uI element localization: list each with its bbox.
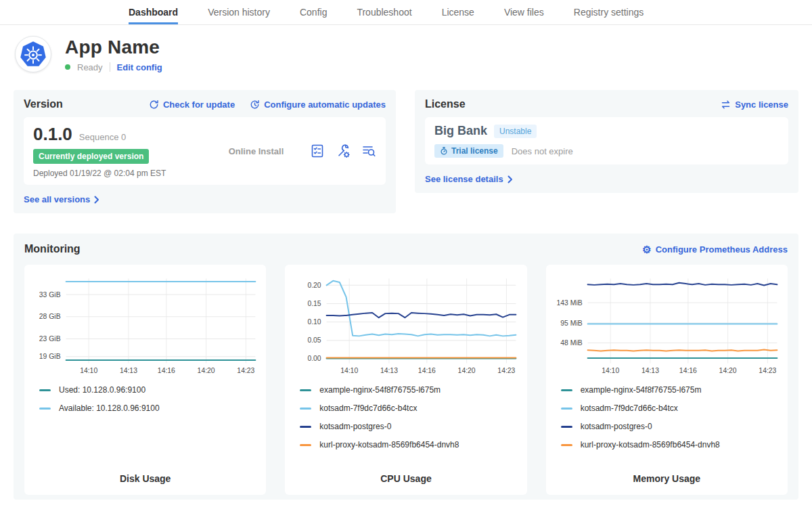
legend-item: kotsadm-7f9dc7d66c-b4tcx [300, 403, 520, 413]
svg-text:28 GiB: 28 GiB [39, 313, 61, 320]
legend-swatch [300, 444, 311, 446]
disk-usage-plot: 19 GiB23 GiB28 GiB33 GiB14:1014:1314:161… [31, 271, 259, 378]
version-panel-title: Version [24, 98, 63, 110]
gear-icon: ⚙ [642, 244, 651, 255]
version-number: 0.1.0 [33, 124, 72, 145]
svg-text:14:16: 14:16 [418, 367, 436, 374]
see-license-details-label: See license details [425, 174, 503, 184]
preflight-checks-icon[interactable] [310, 144, 325, 158]
monitoring-title: Monitoring [24, 243, 81, 255]
current-version-card: 0.1.0 Sequence 0 Currently deployed vers… [24, 117, 386, 185]
monitoring-panel: Monitoring ⚙ Configure Prometheus Addres… [14, 234, 798, 500]
svg-text:14:13: 14:13 [120, 367, 137, 374]
legend-item: kotsadm-postgres-0 [561, 422, 781, 431]
svg-text:14:20: 14:20 [719, 367, 736, 374]
svg-text:143 MiB: 143 MiB [556, 299, 582, 307]
tab-troubleshoot[interactable]: Troubleshoot [357, 0, 411, 24]
see-all-versions-label: See all versions [24, 194, 90, 204]
divider [110, 62, 110, 72]
legend-swatch [300, 389, 311, 391]
deployed-timestamp: Deployed 01/19/22 @ 02:04 pm EST [33, 169, 202, 178]
tab-registry-settings[interactable]: Registry settings [574, 0, 644, 24]
legend-swatch [561, 444, 572, 446]
tab-version-history[interactable]: Version history [208, 0, 270, 24]
svg-text:14:10: 14:10 [340, 367, 358, 374]
legend-label: Available: 10.128.0.96:9100 [59, 403, 160, 413]
memory-usage-plot: 48 MiB95 MiB143 MiB14:1014:1314:1614:201… [553, 271, 781, 378]
app-header: App Name Ready Edit config [0, 25, 812, 82]
legend-label: Used: 10.128.0.96:9100 [59, 385, 145, 395]
edit-config-link[interactable]: Edit config [117, 62, 162, 72]
svg-text:19 GiB: 19 GiB [39, 353, 61, 360]
svg-text:14:16: 14:16 [158, 367, 175, 374]
svg-text:14:20: 14:20 [198, 367, 215, 374]
license-panel-title: License [425, 98, 466, 110]
status-dot [65, 64, 70, 70]
legend-label: kotsadm-7f9dc7d66c-b4tcx [319, 403, 417, 413]
see-license-details-link[interactable]: See license details [425, 174, 513, 184]
app-logo [15, 36, 51, 72]
cpu-usage-chart-card: 0.000.050.100.150.2014:1014:1314:1614:20… [285, 265, 526, 495]
legend-label: kotsadm-7f9dc7d66c-b4tcx [581, 403, 678, 413]
license-panel: License Sync license Big Bank Unstable [415, 90, 798, 193]
license-expiry: Does not expire [512, 146, 573, 156]
cpu-usage-legend: example-nginx-54f8f76755-l675m kotsadm-7… [300, 385, 520, 449]
cards-row: Version Check for update [14, 90, 798, 213]
legend-swatch [39, 389, 51, 391]
legend-item: kotsadm-postgres-0 [300, 422, 520, 431]
legend-label: kotsadm-postgres-0 [581, 422, 652, 431]
svg-text:0.15: 0.15 [308, 300, 321, 307]
legend-item: kurl-proxy-kotsadm-8569fb6454-dnvh8 [561, 440, 781, 449]
svg-text:14:23: 14:23 [237, 367, 254, 374]
svg-text:0.10: 0.10 [308, 318, 321, 326]
legend-swatch [300, 408, 311, 410]
configure-automatic-updates-link[interactable]: Configure automatic updates [250, 100, 386, 110]
tab-config[interactable]: Config [300, 0, 327, 24]
svg-text:0.20: 0.20 [308, 282, 321, 289]
legend-swatch [39, 408, 51, 410]
kubernetes-icon [20, 41, 47, 68]
legend-label: example-nginx-54f8f76755-l675m [581, 385, 702, 395]
refresh-icon [149, 100, 159, 110]
svg-text:14:13: 14:13 [380, 367, 398, 374]
legend-item: Available: 10.128.0.96:9100 [39, 403, 259, 413]
config-wrench-icon[interactable] [336, 144, 351, 158]
sync-license-link[interactable]: Sync license [721, 100, 788, 110]
chart-title: Disk Usage [31, 468, 259, 487]
legend-item: example-nginx-54f8f76755-l675m [561, 385, 781, 395]
sequence-label: Sequence 0 [79, 132, 126, 142]
svg-text:48 MiB: 48 MiB [560, 339, 582, 347]
memory-usage-chart-card: 48 MiB95 MiB143 MiB14:1014:1314:1614:201… [546, 265, 788, 495]
svg-text:14:20: 14:20 [458, 367, 476, 374]
tab-license[interactable]: License [442, 0, 474, 24]
see-all-versions-link[interactable]: See all versions [24, 194, 99, 204]
svg-text:14:23: 14:23 [759, 367, 776, 374]
check-for-update-link[interactable]: Check for update [149, 100, 235, 110]
view-logs-icon[interactable] [361, 144, 376, 158]
svg-text:14:13: 14:13 [641, 367, 659, 374]
svg-text:33 GiB: 33 GiB [39, 291, 61, 299]
status-text: Ready [77, 62, 103, 72]
tab-dashboard[interactable]: Dashboard [129, 0, 178, 24]
legend-swatch [300, 426, 311, 428]
top-nav: Dashboard Version history Config Trouble… [0, 0, 812, 25]
trial-license-label: Trial license [451, 146, 498, 156]
configure-automatic-updates-label: Configure automatic updates [264, 100, 386, 110]
disk-usage-legend: Used: 10.128.0.96:9100 Available: 10.128… [39, 385, 259, 413]
deployed-badge: Currently deployed version [33, 149, 149, 164]
trial-license-badge: Trial license [434, 144, 503, 158]
legend-item: kurl-proxy-kotsadm-8569fb6454-dnvh8 [300, 440, 520, 449]
tab-view-files[interactable]: View files [504, 0, 544, 24]
license-detail-card: Big Bank Unstable Trial license Do [425, 117, 788, 164]
legend-item: kotsadm-7f9dc7d66c-b4tcx [561, 403, 781, 413]
legend-swatch [561, 426, 572, 428]
svg-text:14:16: 14:16 [679, 367, 697, 374]
configure-prometheus-link[interactable]: ⚙ Configure Prometheus Address [642, 244, 788, 255]
version-panel: Version Check for update [14, 90, 396, 213]
legend-item: example-nginx-54f8f76755-l675m [300, 385, 520, 395]
chevron-right-icon [94, 196, 99, 204]
legend-swatch [561, 389, 572, 391]
svg-text:0.05: 0.05 [308, 336, 321, 344]
install-type-label: Online Install [202, 146, 310, 156]
sync-arrows-icon [721, 100, 731, 110]
